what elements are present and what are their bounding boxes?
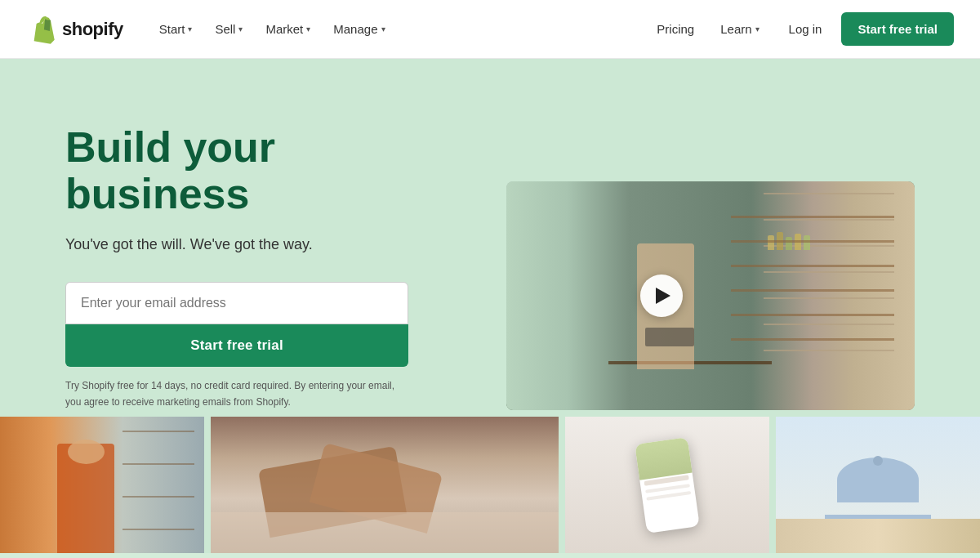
start-trial-button[interactable]: Start free trial — [65, 324, 408, 367]
gallery-item-4 — [776, 417, 980, 553]
gallery-item-1 — [0, 417, 204, 553]
email-input[interactable] — [65, 282, 408, 324]
chevron-down-icon: ▾ — [755, 25, 760, 33]
hero-subtitle: You've got the will. We've got the way. — [65, 234, 457, 256]
brand-name: shopify — [62, 19, 123, 40]
nav-manage[interactable]: Manage ▾ — [323, 16, 394, 42]
gallery-item-2 — [211, 417, 558, 553]
nav-right: Pricing Learn ▾ Log in Start free trial — [647, 12, 954, 46]
play-icon — [656, 288, 670, 304]
logo-link[interactable]: shopify — [26, 15, 123, 44]
hero-media — [506, 181, 915, 410]
nav-links: Start ▾ Sell ▾ Market ▾ Manage ▾ — [149, 16, 648, 42]
nav-learn[interactable]: Learn ▾ — [710, 16, 768, 42]
chevron-down-icon: ▾ — [188, 25, 192, 33]
nav-sell[interactable]: Sell ▾ — [205, 16, 252, 42]
nav-start[interactable]: Start ▾ — [149, 16, 203, 42]
chevron-down-icon: ▾ — [381, 25, 385, 33]
play-button[interactable] — [640, 275, 683, 317]
chevron-down-icon: ▾ — [306, 25, 310, 33]
hero-title: Build your business — [65, 124, 457, 217]
gallery-section — [0, 410, 980, 553]
chevron-down-icon: ▾ — [238, 25, 243, 33]
hero-video-thumbnail — [506, 181, 915, 410]
signup-form: Start free trial — [65, 282, 408, 367]
hero-section: Build your business You've got the will.… — [0, 59, 980, 410]
nav-login[interactable]: Log in — [776, 16, 835, 42]
shopify-logo-icon — [26, 15, 56, 44]
gallery-item-3 — [565, 417, 769, 553]
navbar: shopify Start ▾ Sell ▾ Market ▾ Manage ▾… — [0, 0, 980, 59]
hero-content: Build your business You've got the will.… — [65, 108, 457, 410]
disclaimer-text: Try Shopify free for 14 days, no credit … — [65, 378, 408, 409]
nav-pricing[interactable]: Pricing — [647, 16, 704, 42]
nav-market[interactable]: Market ▾ — [256, 16, 320, 42]
nav-start-trial-button[interactable]: Start free trial — [841, 12, 954, 46]
